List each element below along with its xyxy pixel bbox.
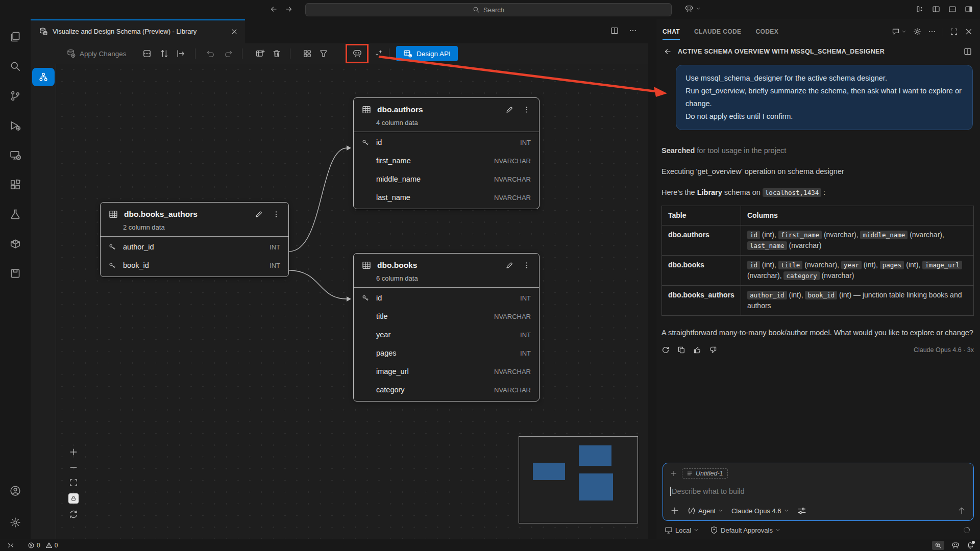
send-icon[interactable] (957, 506, 966, 515)
regenerate-icon[interactable] (662, 346, 670, 354)
sidebar-item-extensions[interactable] (3, 172, 28, 197)
table-menu-icon[interactable] (523, 106, 531, 114)
redo-button[interactable] (222, 46, 236, 61)
sidebar-item-settings[interactable] (3, 510, 28, 535)
copilot-toolbar-button-highlighted[interactable] (346, 44, 369, 63)
sidebar-item-search[interactable] (3, 54, 28, 79)
column-row-title[interactable]: titleNVARCHAR (354, 307, 539, 325)
back-icon[interactable] (270, 5, 278, 13)
tools-config-icon[interactable] (797, 506, 806, 515)
sidebar-item-testing[interactable] (3, 202, 28, 227)
sidebar-item-source-control[interactable] (3, 84, 28, 108)
sidebar-item-run-debug[interactable] (3, 113, 28, 138)
toggle-panel-icon[interactable] (948, 5, 957, 13)
close-tab-icon[interactable] (231, 28, 238, 35)
close-chat-icon[interactable] (965, 28, 973, 36)
back-icon[interactable] (664, 47, 672, 56)
compare-icon (160, 49, 169, 58)
zoom-in-icon[interactable] (69, 447, 78, 457)
sidebar-item-notebooks[interactable] (3, 261, 28, 286)
column-row-id[interactable]: idINT (354, 289, 539, 307)
chat-messages[interactable]: Use mssql_schema_designer for the active… (656, 58, 980, 463)
column-row-book_id[interactable]: book_idINT (101, 256, 288, 274)
problems-indicator[interactable]: 0 0 (28, 542, 58, 549)
sparkle-button[interactable] (372, 46, 386, 61)
lock-button[interactable] (68, 493, 79, 504)
column-row-last_name[interactable]: last_nameNVARCHAR (354, 188, 539, 207)
chat-tab-chat[interactable]: CHAT (663, 19, 680, 43)
filter-button[interactable] (316, 46, 331, 61)
editor-more-icon[interactable] (629, 27, 637, 35)
chat-settings-icon[interactable] (913, 28, 921, 36)
split-editor-icon[interactable] (610, 27, 619, 35)
snapshot-button[interactable] (140, 46, 154, 61)
chat-text-input[interactable]: Describe what to build (670, 487, 966, 496)
apply-changes-button[interactable]: Apply Changes (66, 46, 127, 61)
forward-icon[interactable] (285, 5, 293, 13)
command-center-search[interactable]: Search (305, 3, 672, 16)
table-node-dbo.books_authors[interactable]: dbo.books_authors 2 column data author_i… (100, 202, 289, 277)
design-api-button[interactable]: Design API (396, 46, 458, 61)
compare-button[interactable] (157, 46, 172, 61)
table-node-dbo.books[interactable]: dbo.books 6 column data idINTtitleNVARCH… (353, 253, 540, 402)
chat-mode-button[interactable] (892, 28, 906, 36)
copy-icon[interactable] (677, 346, 685, 354)
column-type: NVARCHAR (494, 313, 531, 320)
environment-selector[interactable]: Local (665, 526, 699, 534)
column-row-author_id[interactable]: author_idINT (101, 238, 288, 256)
column-row-first_name[interactable]: first_nameNVARCHAR (354, 152, 539, 170)
sidebar-item-remote-explorer[interactable] (3, 143, 28, 167)
fit-screen-icon[interactable] (69, 478, 78, 487)
zoom-status-button[interactable] (932, 541, 944, 550)
undo-button[interactable] (203, 46, 217, 61)
notifications-button[interactable] (967, 542, 974, 549)
mode-selector[interactable]: Agent (688, 507, 723, 515)
zoom-out-icon[interactable] (69, 463, 78, 472)
tab-schema-designer[interactable]: Visualize and Design Schema (Preview) - … (31, 19, 245, 43)
model-selector[interactable]: Claude Opus 4.6 (731, 507, 789, 515)
thumbs-up-icon[interactable] (693, 346, 701, 354)
maximize-chat-icon[interactable] (950, 28, 958, 36)
edit-table-icon[interactable] (255, 210, 263, 218)
minimap[interactable] (519, 436, 638, 523)
column-row-id[interactable]: idINT (354, 133, 539, 152)
table-node-dbo.authors[interactable]: dbo.authors 4 column data idINTfirst_nam… (353, 97, 540, 209)
add-table-button[interactable] (253, 46, 267, 61)
add-context-icon[interactable] (670, 470, 677, 477)
table-menu-icon[interactable] (272, 210, 280, 218)
sidebar-item-account[interactable] (3, 479, 28, 503)
approvals-selector[interactable]: Default Approvals (710, 526, 780, 534)
schema-canvas[interactable]: dbo.authors 4 column data idINTfirst_nam… (56, 64, 648, 539)
column-row-middle_name[interactable]: middle_nameNVARCHAR (354, 170, 539, 188)
chat-tab-codex[interactable]: CODEX (755, 19, 778, 43)
toggle-secondary-sidebar-icon[interactable] (965, 5, 973, 13)
copilot-status-icon[interactable] (951, 541, 960, 549)
column-row-pages[interactable]: pagesINT (354, 344, 539, 362)
table-menu-icon[interactable] (523, 261, 531, 269)
export-button[interactable] (174, 46, 188, 61)
toggle-primary-sidebar-icon[interactable] (932, 5, 940, 13)
open-in-editor-icon[interactable] (964, 47, 972, 56)
auto-layout-icon[interactable] (69, 510, 78, 519)
edit-table-icon[interactable] (505, 261, 513, 269)
chat-input-box[interactable]: Untitled-1 Describe what to build Agent (663, 463, 974, 521)
remote-indicator[interactable] (7, 542, 14, 549)
schema-view-button[interactable] (32, 68, 55, 86)
delete-button[interactable] (270, 46, 284, 61)
chat-more-icon[interactable] (928, 28, 936, 36)
layout-button[interactable] (300, 46, 314, 61)
chat-tab-claude-code[interactable]: CLAUDE CODE (694, 19, 741, 43)
copilot-menu[interactable] (684, 4, 701, 13)
sidebar-item-explorer[interactable] (3, 24, 28, 49)
spinner-icon (963, 526, 971, 534)
approvals-label: Default Approvals (721, 527, 773, 534)
thumbs-down-icon[interactable] (709, 346, 717, 354)
column-row-category[interactable]: categoryNVARCHAR (354, 381, 539, 399)
column-row-image_url[interactable]: image_urlNVARCHAR (354, 362, 539, 381)
sidebar-item-containers[interactable] (3, 232, 28, 256)
attach-icon[interactable] (670, 506, 679, 515)
column-row-year[interactable]: yearINT (354, 325, 539, 344)
context-chip[interactable]: Untitled-1 (682, 468, 728, 479)
customize-layout-icon[interactable] (916, 5, 924, 13)
edit-table-icon[interactable] (505, 106, 513, 114)
